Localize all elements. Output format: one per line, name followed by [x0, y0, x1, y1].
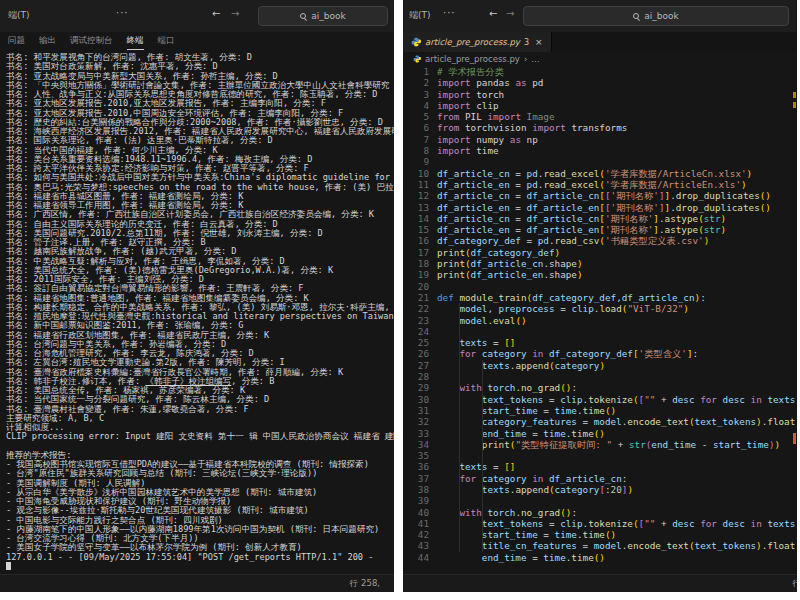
- terminal-line: - 从宗白华《美学散步》浅析中国园林建筑艺术中的美学思想 (期刊: 城市建筑): [6, 488, 394, 497]
- terminal-line: 书名: 福建省行政区划地图集, 作者: 福建省民政厅主编, 分类: K: [6, 331, 394, 340]
- code-line: text_tokens = clip.tokenize(["" + desc f…: [437, 394, 797, 405]
- python-icon: [411, 37, 421, 47]
- back-icon[interactable]: ←: [212, 8, 220, 19]
- terminal-line: 书名: 臺灣農村社會變遷, 作者: 朱蓮,缪敬堯合著, 分类: F: [6, 405, 394, 414]
- line-indicator[interactable]: 行 258,: [350, 578, 380, 590]
- line-number: 27: [403, 360, 429, 371]
- terminal-line: 127.0.0.1 - - [09/May/2025 17:55:04] "PO…: [6, 553, 394, 562]
- line-number: 22: [403, 303, 429, 314]
- breadcrumb-separator: ›: [524, 54, 527, 64]
- terminal-line: - 中国海龟受威胁现状和保护建议 (期刊: 野生动物学报): [6, 497, 394, 506]
- breadcrumb-file[interactable]: article_pre_process.py: [425, 54, 520, 64]
- code-line: import pandas as pd: [437, 77, 797, 88]
- terminal-line: 书名: 亚太战略变局与中美新型大国关系, 作者: 孙哲主编, 分类: D: [6, 72, 394, 81]
- tab-article-pre-process[interactable]: article_pre_process.py 3 ×: [403, 32, 552, 52]
- code-line: def module_train(df_category_def,df_arti…: [437, 292, 797, 303]
- code-line: df_article_cn = pd.read_excel('学者库数据/Art…: [437, 168, 797, 179]
- line-number: 43: [403, 540, 429, 551]
- terminal-line: - 美国调解制度 (期刊: 人民调解): [6, 479, 394, 488]
- code-line: print(df_article_cn.shape): [437, 258, 797, 269]
- terminal-line: 书名: 簽訂自由貿易協定對台灣貿易情形的影響, 作者: 王震軒著, 分类: F: [6, 284, 394, 293]
- terminal-line: 书名: 美国问题研究.2010/2.总第11期, 作者: 倪世雄, 刘永涛主编,…: [6, 229, 394, 238]
- line-number: 31: [403, 405, 429, 416]
- overflow-menu-icon[interactable]: ···: [443, 7, 456, 18]
- terminal-line: 书名: 韩非子校注.修订本, 作者: 《韩非子》校注组编写, 分类: B: [6, 377, 394, 386]
- forward-icon[interactable]: →: [506, 8, 514, 19]
- terminal-line: 书名: 台湾问题与中美关系, 作者: 孙岩编著, 分类: D: [6, 340, 394, 349]
- line-number: 5: [403, 111, 429, 122]
- panel-tab[interactable]: 输出: [39, 35, 56, 49]
- terminal-line: 书名: 2011国际安全, 作者: 主编刘强, 分类: D: [6, 275, 394, 284]
- line-number: 23: [403, 315, 429, 326]
- forward-icon[interactable]: →: [231, 8, 239, 19]
- menu-item-terminal[interactable]: 端(T): [409, 9, 431, 22]
- terminal-link[interactable]: 《韩非子》校注组编写: [145, 377, 231, 386]
- line-number: 26: [403, 348, 429, 359]
- panel-tab[interactable]: 终端: [127, 35, 144, 50]
- code-line: texts = []: [437, 461, 797, 472]
- line-number: 32: [403, 416, 429, 427]
- terminal-line: 书名: 中美战略互疑:解析与应对, 作者: 王缉思, 李侃如著, 分类: D: [6, 257, 394, 266]
- line-number: 38: [403, 484, 429, 495]
- code-line: df_article_en = df_article_en[['期刊名称']].…: [437, 202, 797, 213]
- panel-tab-bar: 问题输出调试控制台终端端口: [0, 32, 394, 52]
- code-line: texts.append(category[:20]): [437, 484, 797, 495]
- terminal-line: - 台湾交流学习心得 (期刊: 北方文学(下半月)): [6, 534, 394, 543]
- tab-problem-badge: 3: [524, 38, 529, 47]
- line-number: 2: [403, 77, 429, 88]
- gutter: 1234567891011121314151617181920212223242…: [403, 66, 429, 563]
- code-line: # 学术报告分类: [437, 66, 797, 77]
- code-line: texts.append(category): [437, 360, 797, 371]
- code-line: from torchvision import transforms: [437, 122, 797, 133]
- code-line: for category in df_category_def['类型含义']:: [437, 348, 797, 359]
- terminal-line: 书名: 臺灣省政府檔案史料彙編:臺灣省行政長官公署時期, 作者: 薛月順編, 分…: [6, 368, 394, 377]
- panel-tab[interactable]: 端口: [158, 35, 175, 49]
- back-icon[interactable]: ←: [489, 8, 497, 19]
- line-number: 42: [403, 529, 429, 540]
- code-line: end_time = time.time(): [437, 428, 797, 439]
- code-editor[interactable]: 1234567891011121314151617181920212223242…: [403, 66, 797, 575]
- terminal-line: 书名: 歷史的糾結:台美關係的戰略合作與分歧:2000~2008, 作者: 作者…: [6, 118, 394, 127]
- code-line: start_time = time.time(): [437, 405, 797, 416]
- overflow-menu-icon[interactable]: ···: [116, 7, 129, 18]
- indent-guide: [459, 303, 460, 552]
- overview-ruler-error: [793, 433, 796, 444]
- breadcrumb[interactable]: article_pre_process.py › …: [403, 52, 797, 66]
- terminal-line: [6, 442, 394, 451]
- panel-tab[interactable]: 问题: [8, 35, 25, 49]
- line-indicator[interactable]: 行: [793, 578, 798, 590]
- command-center-search[interactable]: ai_book: [258, 6, 388, 26]
- terminal-line: 书名: 如何与美国共处:冷战后中国对美方针与中美关系:China's diplo…: [6, 173, 394, 182]
- line-number: 39: [403, 495, 429, 506]
- code-line: [437, 371, 797, 382]
- line-number: 10: [403, 168, 429, 179]
- command-center-search[interactable]: ai_book: [523, 6, 789, 26]
- code-line: texts = []: [437, 337, 797, 348]
- status-bar-right: 行: [403, 574, 797, 592]
- breadcrumb-symbol[interactable]: …: [531, 54, 540, 64]
- terminal-output[interactable]: 书名: 和平发展视角下的台湾问题, 作者: 胡文生著, 分类: D书名: 美国对…: [6, 53, 394, 575]
- terminal-line: 书名: 当代中国的福建, 作者: 何少川主编, 分类: K: [6, 146, 394, 155]
- close-icon[interactable]: ×: [535, 37, 543, 47]
- terminal-line: 书名: 「中央與地方關係」學術研討會論文集, 作者: 主辦單位國立政治大學中山人…: [6, 81, 394, 90]
- menu-item-terminal[interactable]: 端(T): [8, 9, 30, 22]
- line-number: 1: [403, 66, 429, 77]
- code-line: df_article_en = pd.read_excel('学者库数据/Art…: [437, 179, 797, 190]
- terminal-line: 书名: 广西区情, 作者: 广西壮族自治区计划委员会, 广西壮族自治区经济委员会…: [6, 210, 394, 219]
- search-text: ai_book: [644, 11, 678, 21]
- terminal-line: 书名: 人性、战争与正义:从国际关系思想史角度对修昔底德的研究, 作者: 陈玉聃…: [6, 90, 394, 99]
- code-line: from PIL import Image: [437, 111, 797, 122]
- tab-label: article_pre_process.py: [425, 37, 520, 47]
- terminal-line: - 内藤湖南笔下的中国人形象——以内藤湖南1899年第1次访问中国为契机 (期刊…: [6, 525, 394, 534]
- terminal-line: 计算相似度...: [6, 423, 394, 432]
- panel-tab[interactable]: 调试控制台: [70, 35, 113, 49]
- line-number: 24: [403, 326, 429, 337]
- code-line: [437, 450, 797, 461]
- code-line: category_features = model.encode_text(te…: [437, 416, 797, 427]
- code-line: [437, 495, 797, 506]
- terminal-cursor-line: [6, 562, 394, 571]
- terminal-line: 书名: 奥巴马:光荣与梦想:speeches on the road to th…: [6, 183, 394, 192]
- terminal-line: 书名: 福建省领导工作用图, 作者: 福建省测绘局, 分类: K: [6, 201, 394, 210]
- line-number: 3: [403, 89, 429, 100]
- line-number: 36: [403, 461, 429, 472]
